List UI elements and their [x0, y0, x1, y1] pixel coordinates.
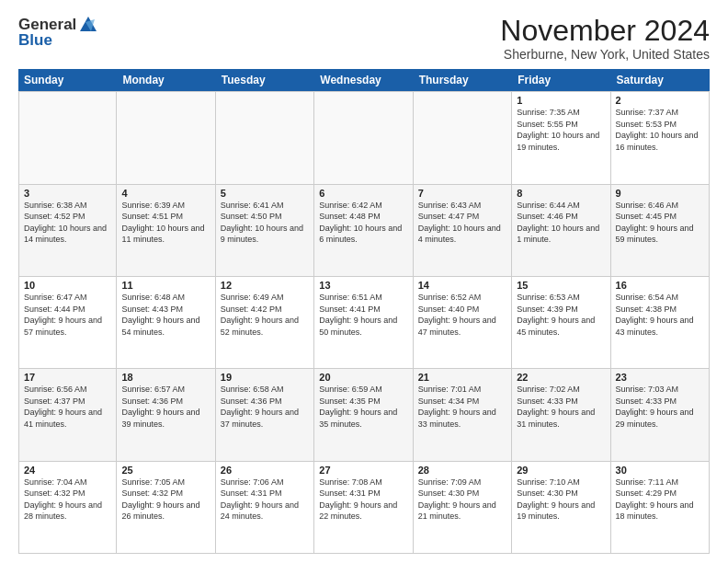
day-cell-1: 1Sunrise: 7:35 AMSunset: 5:55 PMDaylight…: [512, 92, 610, 183]
day-cell-30: 30Sunrise: 7:11 AMSunset: 4:29 PMDayligh…: [611, 462, 710, 553]
day-info: Sunrise: 6:49 AMSunset: 4:42 PMDaylight:…: [221, 292, 309, 338]
day-number: 8: [517, 188, 605, 199]
day-number: 24: [24, 465, 111, 476]
day-number: 11: [121, 280, 210, 291]
day-number: 9: [616, 188, 704, 199]
day-info: Sunrise: 7:01 AMSunset: 4:34 PMDaylight:…: [418, 384, 506, 430]
day-cell-17: 17Sunrise: 6:56 AMSunset: 4:37 PMDayligh…: [18, 369, 117, 460]
day-cell-8: 8Sunrise: 6:44 AMSunset: 4:46 PMDaylight…: [512, 185, 610, 276]
day-info: Sunrise: 6:41 AMSunset: 4:50 PMDaylight:…: [221, 200, 309, 246]
day-info: Sunrise: 7:35 AMSunset: 5:55 PMDaylight:…: [517, 107, 605, 153]
location: Sherburne, New York, United States: [500, 47, 710, 62]
day-info: Sunrise: 6:56 AMSunset: 4:37 PMDaylight:…: [24, 384, 111, 430]
day-cell-25: 25Sunrise: 7:05 AMSunset: 4:32 PMDayligh…: [117, 462, 215, 553]
empty-cell: [414, 92, 512, 183]
day-info: Sunrise: 6:47 AMSunset: 4:44 PMDaylight:…: [24, 292, 111, 338]
calendar-week-2: 3Sunrise: 6:38 AMSunset: 4:52 PMDaylight…: [18, 185, 710, 277]
weekday-header-friday: Friday: [512, 69, 610, 91]
title-block: November 2024 Sherburne, New York, Unite…: [500, 15, 710, 62]
calendar-week-4: 17Sunrise: 6:56 AMSunset: 4:37 PMDayligh…: [18, 369, 710, 461]
day-number: 13: [319, 280, 407, 291]
day-number: 17: [24, 372, 111, 383]
day-number: 3: [24, 188, 111, 199]
empty-cell: [216, 92, 314, 183]
month-title: November 2024: [500, 15, 710, 47]
day-cell-22: 22Sunrise: 7:02 AMSunset: 4:33 PMDayligh…: [512, 369, 610, 460]
day-cell-4: 4Sunrise: 6:39 AMSunset: 4:51 PMDaylight…: [117, 185, 215, 276]
weekday-header-thursday: Thursday: [414, 69, 512, 91]
day-number: 25: [121, 465, 210, 476]
weekday-header-sunday: Sunday: [18, 69, 117, 91]
day-cell-10: 10Sunrise: 6:47 AMSunset: 4:44 PMDayligh…: [18, 277, 117, 368]
empty-cell: [314, 92, 413, 183]
weekday-header-saturday: Saturday: [611, 69, 710, 91]
day-cell-15: 15Sunrise: 6:53 AMSunset: 4:39 PMDayligh…: [512, 277, 610, 368]
day-number: 29: [517, 465, 605, 476]
day-info: Sunrise: 7:04 AMSunset: 4:32 PMDaylight:…: [24, 477, 111, 523]
day-cell-19: 19Sunrise: 6:58 AMSunset: 4:36 PMDayligh…: [216, 369, 314, 460]
header: General Blue November 2024 Sherburne, Ne…: [18, 15, 710, 62]
day-number: 15: [517, 280, 605, 291]
day-cell-12: 12Sunrise: 6:49 AMSunset: 4:42 PMDayligh…: [216, 277, 314, 368]
day-cell-11: 11Sunrise: 6:48 AMSunset: 4:43 PMDayligh…: [117, 277, 215, 368]
day-info: Sunrise: 6:52 AMSunset: 4:40 PMDaylight:…: [418, 292, 506, 338]
day-cell-9: 9Sunrise: 6:46 AMSunset: 4:45 PMDaylight…: [611, 185, 710, 276]
day-number: 23: [616, 372, 704, 383]
day-info: Sunrise: 6:44 AMSunset: 4:46 PMDaylight:…: [517, 200, 605, 246]
logo: General Blue: [18, 15, 98, 50]
day-cell-28: 28Sunrise: 7:09 AMSunset: 4:30 PMDayligh…: [414, 462, 512, 553]
day-number: 18: [121, 372, 210, 383]
day-cell-2: 2Sunrise: 7:37 AMSunset: 5:53 PMDaylight…: [611, 92, 710, 183]
day-number: 22: [517, 372, 605, 383]
weekday-header-tuesday: Tuesday: [216, 69, 314, 91]
day-cell-5: 5Sunrise: 6:41 AMSunset: 4:50 PMDaylight…: [216, 185, 314, 276]
day-cell-24: 24Sunrise: 7:04 AMSunset: 4:32 PMDayligh…: [18, 462, 117, 553]
day-number: 7: [418, 188, 506, 199]
day-cell-7: 7Sunrise: 6:43 AMSunset: 4:47 PMDaylight…: [414, 185, 512, 276]
day-number: 30: [616, 465, 704, 476]
day-info: Sunrise: 6:54 AMSunset: 4:38 PMDaylight:…: [616, 292, 704, 338]
calendar-header: SundayMondayTuesdayWednesdayThursdayFrid…: [18, 69, 710, 91]
day-number: 26: [221, 465, 309, 476]
day-info: Sunrise: 6:42 AMSunset: 4:48 PMDaylight:…: [319, 200, 407, 246]
day-info: Sunrise: 6:46 AMSunset: 4:45 PMDaylight:…: [616, 200, 704, 246]
day-cell-13: 13Sunrise: 6:51 AMSunset: 4:41 PMDayligh…: [314, 277, 413, 368]
calendar-week-1: 1Sunrise: 7:35 AMSunset: 5:55 PMDaylight…: [18, 91, 710, 184]
calendar-body: 1Sunrise: 7:35 AMSunset: 5:55 PMDaylight…: [18, 91, 710, 554]
day-cell-6: 6Sunrise: 6:42 AMSunset: 4:48 PMDaylight…: [314, 185, 413, 276]
day-cell-3: 3Sunrise: 6:38 AMSunset: 4:52 PMDaylight…: [18, 185, 117, 276]
calendar: SundayMondayTuesdayWednesdayThursdayFrid…: [18, 69, 710, 554]
calendar-week-5: 24Sunrise: 7:04 AMSunset: 4:32 PMDayligh…: [18, 462, 710, 554]
day-number: 21: [418, 372, 506, 383]
day-info: Sunrise: 7:09 AMSunset: 4:30 PMDaylight:…: [418, 477, 506, 523]
day-info: Sunrise: 6:39 AMSunset: 4:51 PMDaylight:…: [121, 200, 210, 246]
day-number: 1: [517, 95, 605, 106]
day-number: 20: [319, 372, 407, 383]
day-info: Sunrise: 6:58 AMSunset: 4:36 PMDaylight:…: [221, 384, 309, 430]
day-cell-27: 27Sunrise: 7:08 AMSunset: 4:31 PMDayligh…: [314, 462, 413, 553]
day-cell-20: 20Sunrise: 6:59 AMSunset: 4:35 PMDayligh…: [314, 369, 413, 460]
day-info: Sunrise: 6:53 AMSunset: 4:39 PMDaylight:…: [517, 292, 605, 338]
day-info: Sunrise: 7:10 AMSunset: 4:30 PMDaylight:…: [517, 477, 605, 523]
page: General Blue November 2024 Sherburne, Ne…: [0, 0, 728, 563]
day-number: 14: [418, 280, 506, 291]
day-cell-29: 29Sunrise: 7:10 AMSunset: 4:30 PMDayligh…: [512, 462, 610, 553]
day-number: 5: [221, 188, 309, 199]
empty-cell: [18, 92, 117, 183]
day-number: 28: [418, 465, 506, 476]
empty-cell: [117, 92, 215, 183]
day-info: Sunrise: 7:05 AMSunset: 4:32 PMDaylight:…: [121, 477, 210, 523]
day-info: Sunrise: 7:37 AMSunset: 5:53 PMDaylight:…: [616, 107, 704, 153]
day-info: Sunrise: 7:11 AMSunset: 4:29 PMDaylight:…: [616, 477, 704, 523]
day-info: Sunrise: 7:02 AMSunset: 4:33 PMDaylight:…: [517, 384, 605, 430]
day-number: 27: [319, 465, 407, 476]
day-info: Sunrise: 6:48 AMSunset: 4:43 PMDaylight:…: [121, 292, 210, 338]
day-info: Sunrise: 7:03 AMSunset: 4:33 PMDaylight:…: [616, 384, 704, 430]
day-info: Sunrise: 6:43 AMSunset: 4:47 PMDaylight:…: [418, 200, 506, 246]
day-number: 4: [121, 188, 210, 199]
day-info: Sunrise: 7:08 AMSunset: 4:31 PMDaylight:…: [319, 477, 407, 523]
day-cell-18: 18Sunrise: 6:57 AMSunset: 4:36 PMDayligh…: [117, 369, 215, 460]
day-info: Sunrise: 7:06 AMSunset: 4:31 PMDaylight:…: [221, 477, 309, 523]
day-number: 2: [616, 95, 704, 106]
day-info: Sunrise: 6:59 AMSunset: 4:35 PMDaylight:…: [319, 384, 407, 430]
